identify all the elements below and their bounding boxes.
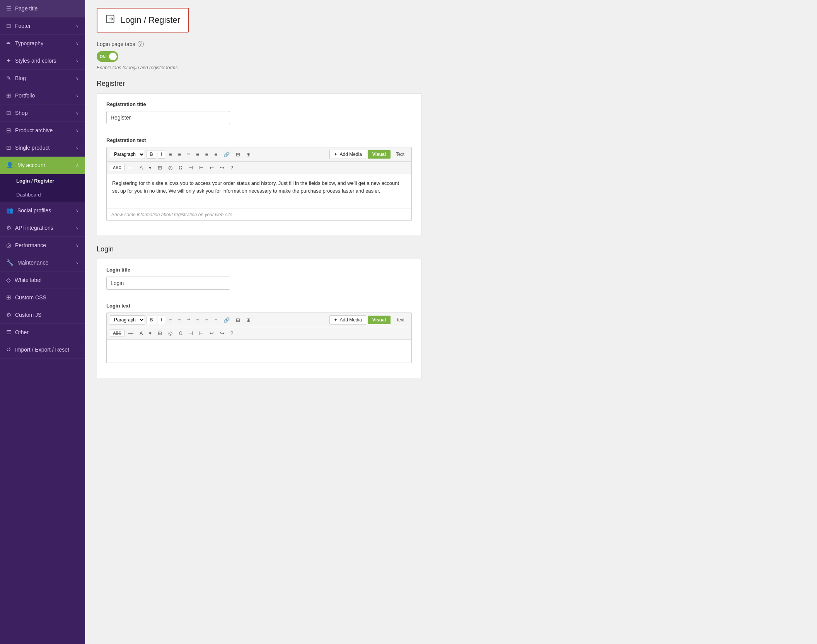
sidebar-item-import-export[interactable]: ↺ Import / Export / Reset bbox=[0, 341, 85, 359]
align-left-button[interactable]: ≡ bbox=[194, 150, 201, 159]
registration-text-content[interactable]: Registering for this site allows you to … bbox=[107, 174, 411, 209]
login-paragraph-select[interactable]: Paragraph bbox=[110, 315, 145, 325]
text-button[interactable]: Text bbox=[392, 150, 408, 159]
sidebar-item-white-label[interactable]: ◇ White label bbox=[0, 272, 85, 289]
login-align-left-button[interactable]: ≡ bbox=[194, 316, 201, 324]
login-more-button[interactable]: ⊟ bbox=[234, 316, 242, 324]
add-media-icon: ✦ bbox=[334, 152, 338, 157]
sidebar-item-label: Styles and colors bbox=[15, 58, 56, 64]
login-paste-button[interactable]: ⊞ bbox=[155, 329, 164, 337]
sidebar-item-custom-js[interactable]: ⚙ Custom JS bbox=[0, 306, 85, 324]
add-media-button[interactable]: ✦ Add Media bbox=[329, 150, 366, 159]
strikethrough-button[interactable]: ABC bbox=[110, 164, 125, 171]
login-hr-button[interactable]: — bbox=[126, 329, 136, 337]
sidebar-item-custom-css[interactable]: ⊞ Custom CSS bbox=[0, 289, 85, 306]
sidebar-item-performance[interactable]: ◎ Performance ∨ bbox=[0, 237, 85, 254]
indent-button[interactable]: ⊢ bbox=[197, 164, 206, 172]
sidebar-item-my-account[interactable]: 👤 My account ∧ bbox=[0, 157, 85, 174]
login-title-input[interactable] bbox=[106, 277, 230, 290]
login-kitchen-sink-button[interactable]: ⊞ bbox=[244, 316, 253, 324]
login-visual-button[interactable]: Visual bbox=[368, 316, 391, 324]
single-product-icon: ⊡ bbox=[6, 144, 11, 151]
login-editor-toolbar-bottom: ABC — A ▾ ⊞ ◎ Ω ⊣ ⊢ ↩ ↪ ? bbox=[107, 327, 411, 340]
hr-button[interactable]: — bbox=[126, 164, 136, 172]
registration-title-input[interactable] bbox=[106, 111, 230, 124]
special-char-button[interactable]: Ω bbox=[176, 164, 185, 172]
kitchen-sink-button[interactable]: ⊞ bbox=[244, 150, 253, 159]
login-add-media-button[interactable]: ✦ Add Media bbox=[329, 315, 366, 325]
login-title-field: Login title bbox=[106, 267, 412, 296]
login-help-editor-button[interactable]: ? bbox=[228, 329, 235, 337]
login-link-button[interactable]: 🔗 bbox=[221, 316, 232, 324]
toggle-hint: Enable tabs for login and register forms bbox=[97, 65, 421, 70]
sidebar-item-api-integrations[interactable]: ⚙ API integrations ∨ bbox=[0, 219, 85, 237]
submenu-item-dashboard[interactable]: Dashboard bbox=[0, 188, 85, 202]
font-color-dropdown[interactable]: ▾ bbox=[147, 164, 154, 172]
sidebar-item-page-title[interactable]: ☰ Page title bbox=[0, 0, 85, 17]
align-right-button[interactable]: ≡ bbox=[212, 150, 220, 159]
paste-button[interactable]: ⊞ bbox=[155, 164, 164, 172]
sidebar-item-social-profiles[interactable]: 👥 Social profiles ∨ bbox=[0, 202, 85, 219]
sidebar-item-product-archive[interactable]: ⊟ Product archive ∨ bbox=[0, 122, 85, 139]
login-undo-button[interactable]: ↩ bbox=[207, 329, 216, 337]
my-account-icon: 👤 bbox=[6, 162, 14, 169]
sidebar-item-shop[interactable]: ⊡ Shop ∨ bbox=[0, 104, 85, 122]
sidebar-item-blog[interactable]: ✎ Blog ∨ bbox=[0, 70, 85, 87]
sidebar-item-label: Product archive bbox=[15, 127, 53, 133]
login-indent-button[interactable]: ⊢ bbox=[197, 329, 206, 337]
align-center-button[interactable]: ≡ bbox=[203, 150, 211, 159]
custom-js-icon: ⚙ bbox=[6, 311, 11, 318]
sidebar-item-other[interactable]: ☰ Other bbox=[0, 324, 85, 341]
sidebar-item-footer[interactable]: ⊟ Footer ∨ bbox=[0, 17, 85, 35]
bold-button[interactable]: B bbox=[147, 150, 156, 159]
chevron-down-icon: ∨ bbox=[76, 41, 79, 46]
help-editor-button[interactable]: ? bbox=[228, 164, 235, 172]
paragraph-select[interactable]: Paragraph bbox=[110, 150, 145, 159]
link-button[interactable]: 🔗 bbox=[221, 150, 232, 159]
sidebar-item-label: Import / Export / Reset bbox=[15, 347, 69, 353]
ordered-list-button[interactable]: ≡ bbox=[176, 150, 184, 159]
redo-button[interactable]: ↪ bbox=[218, 164, 227, 172]
sidebar-item-maintenance[interactable]: 🔧 Maintenance ∨ bbox=[0, 254, 85, 272]
chevron-down-icon: ∨ bbox=[76, 111, 79, 116]
custom-css-icon: ⊞ bbox=[6, 294, 11, 301]
more-button[interactable]: ⊟ bbox=[234, 150, 242, 159]
sidebar-item-typography[interactable]: ✒ Typography ∨ bbox=[0, 35, 85, 52]
product-archive-icon: ⊟ bbox=[6, 127, 11, 134]
sidebar-item-single-product[interactable]: ⊡ Single product ∨ bbox=[0, 139, 85, 157]
login-page-tabs-section: Login page tabs ? ON Enable tabs for log… bbox=[97, 41, 421, 70]
login-text-field: Login text Paragraph B I ≡ ≡ ❝ ≡ bbox=[106, 303, 412, 363]
login-align-center-button[interactable]: ≡ bbox=[203, 316, 211, 324]
registration-title-field: Registration title bbox=[106, 101, 412, 130]
login-blockquote-button[interactable]: ❝ bbox=[185, 316, 192, 324]
login-italic-button[interactable]: I bbox=[158, 316, 165, 324]
login-align-right-button[interactable]: ≡ bbox=[212, 316, 220, 324]
clear-format-button[interactable]: ◎ bbox=[166, 164, 175, 172]
login-text-content[interactable] bbox=[107, 340, 411, 363]
italic-button[interactable]: I bbox=[158, 150, 165, 159]
login-clear-format-button[interactable]: ◎ bbox=[166, 329, 175, 337]
sidebar-item-styles-colors[interactable]: ✦ Styles and colors ∨ bbox=[0, 52, 85, 70]
blockquote-button[interactable]: ❝ bbox=[185, 150, 192, 159]
submenu-item-label: Login / Register bbox=[16, 178, 54, 184]
visual-button[interactable]: Visual bbox=[368, 150, 391, 159]
submenu-item-login-register[interactable]: Login / Register bbox=[0, 174, 85, 188]
login-ordered-list-button[interactable]: ≡ bbox=[176, 316, 184, 324]
help-icon[interactable]: ? bbox=[138, 41, 144, 47]
login-page-tabs-toggle[interactable]: ON bbox=[97, 51, 118, 62]
login-text-button[interactable]: Text bbox=[392, 316, 408, 324]
sidebar-item-portfolio[interactable]: ⊞ Portfolio ∨ bbox=[0, 87, 85, 104]
outdent-button[interactable]: ⊣ bbox=[186, 164, 195, 172]
login-unordered-list-button[interactable]: ≡ bbox=[167, 316, 174, 324]
login-font-color-dropdown[interactable]: ▾ bbox=[147, 329, 154, 337]
blog-icon: ✎ bbox=[6, 75, 11, 82]
login-font-color-button[interactable]: A bbox=[137, 329, 145, 337]
login-bold-button[interactable]: B bbox=[147, 316, 156, 324]
login-strikethrough-button[interactable]: ABC bbox=[110, 330, 125, 337]
unordered-list-button[interactable]: ≡ bbox=[167, 150, 174, 159]
login-special-char-button[interactable]: Ω bbox=[176, 329, 185, 337]
login-outdent-button[interactable]: ⊣ bbox=[186, 329, 195, 337]
login-redo-button[interactable]: ↪ bbox=[218, 329, 227, 337]
font-color-button[interactable]: A bbox=[137, 164, 145, 172]
undo-button[interactable]: ↩ bbox=[207, 164, 216, 172]
